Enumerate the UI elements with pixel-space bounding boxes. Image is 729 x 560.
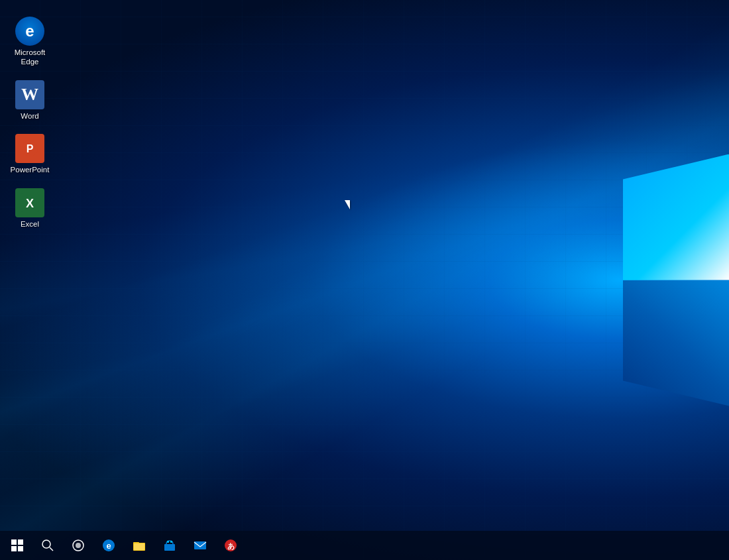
powerpoint-icon-label: PowerPoint <box>11 166 50 175</box>
excel-icon[interactable]: X Excel <box>3 185 56 233</box>
mouse-cursor <box>345 200 350 209</box>
svg-point-13 <box>76 543 81 548</box>
svg-rect-8 <box>11 546 17 551</box>
svg-rect-21 <box>170 541 172 543</box>
powerpoint-icon-image: P <box>15 134 44 163</box>
taskbar: e <box>0 531 729 560</box>
word-icon-label: Word <box>21 112 38 121</box>
svg-rect-18 <box>134 543 144 550</box>
excel-icon-image: X <box>15 188 44 217</box>
edge-icon-image: e <box>15 17 44 46</box>
svg-text:X: X <box>26 197 34 210</box>
svg-point-10 <box>42 540 50 548</box>
excel-icon-bg: X <box>15 188 44 217</box>
word-icon[interactable]: Word <box>3 77 56 125</box>
svg-rect-9 <box>18 546 23 551</box>
store-button[interactable] <box>155 531 184 560</box>
taskbar-edge-icon: e <box>102 539 115 552</box>
background-texture <box>0 0 729 560</box>
start-icon <box>11 539 24 552</box>
svg-rect-7 <box>18 539 23 545</box>
microsoft-edge-icon[interactable]: e Microsoft Edge <box>3 13 56 70</box>
windows-logo-decoration <box>623 154 729 406</box>
edge-icon-label: Microsoft Edge <box>7 48 53 67</box>
search-button[interactable] <box>33 531 62 560</box>
desktop: e Microsoft Edge Word P PowerPoi <box>0 0 729 560</box>
mail-button[interactable] <box>186 531 215 560</box>
file-explorer-button[interactable] <box>125 531 154 560</box>
svg-text:e: e <box>106 541 111 551</box>
ppt-icon-bg: P <box>15 134 44 163</box>
search-icon <box>41 539 54 552</box>
desktop-icons-container: e Microsoft Edge Word P PowerPoi <box>0 7 60 239</box>
file-explorer-icon <box>133 539 146 552</box>
word-icon-bg <box>15 80 44 109</box>
store-icon <box>163 539 176 552</box>
svg-line-11 <box>50 547 53 551</box>
powerpoint-icon[interactable]: P PowerPoint <box>3 131 56 178</box>
extra-app-button[interactable]: あ <box>216 531 245 560</box>
mail-icon <box>194 539 207 552</box>
extra-app-icon: あ <box>224 539 237 552</box>
word-icon-image <box>15 80 44 109</box>
cortana-icon <box>72 539 85 552</box>
excel-icon-label: Excel <box>21 220 39 229</box>
svg-text:P: P <box>27 143 34 154</box>
svg-text:あ: あ <box>227 542 235 550</box>
svg-text:e: e <box>25 22 34 40</box>
cortana-button[interactable] <box>64 531 93 560</box>
svg-rect-22 <box>194 541 206 549</box>
start-button[interactable] <box>3 531 32 560</box>
taskbar-edge-button[interactable]: e <box>94 531 123 560</box>
svg-rect-19 <box>164 544 175 551</box>
svg-rect-20 <box>167 541 169 543</box>
svg-rect-6 <box>11 539 17 545</box>
